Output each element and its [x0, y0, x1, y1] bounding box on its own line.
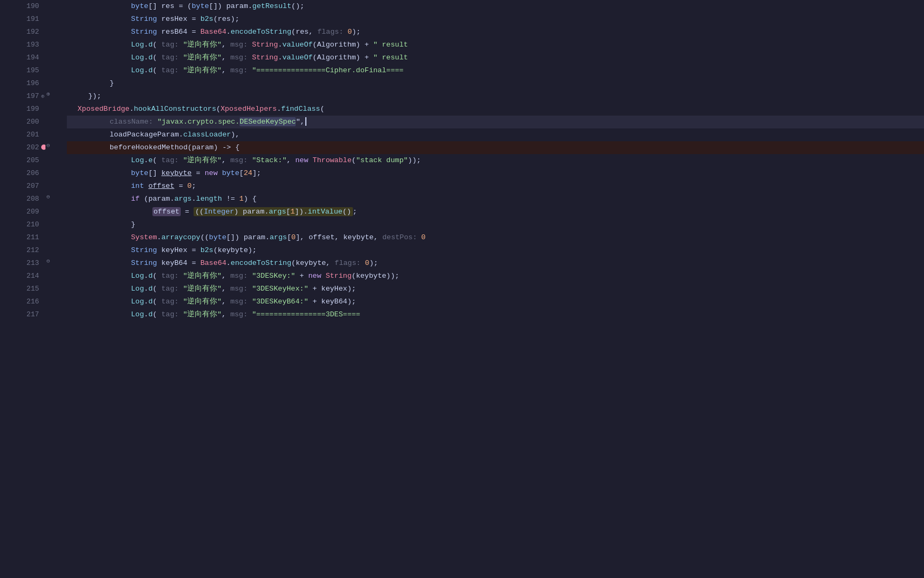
line-num-217: 217 — [0, 308, 39, 321]
line-num-196: 196 — [0, 77, 39, 90]
line-num-212: 212 — [0, 244, 39, 257]
line-num-191: 191 — [0, 13, 39, 26]
code-line-211: System.arraycopy((byte[]) param.args[0],… — [67, 231, 924, 244]
line-num-192: 192 — [0, 26, 39, 39]
code-line-206: byte[] keybyte = new byte[24]; — [67, 167, 924, 180]
code-line-201: loadPackageParam.classLoader), — [67, 128, 924, 141]
fold-icon-line208[interactable]: ⊖ — [47, 193, 50, 202]
line-num-190: 190 — [0, 0, 39, 13]
line-num-200: 200 — [0, 116, 39, 128]
code-line-209: offset = ((Integer) param.args[1]).intVa… — [67, 206, 924, 218]
code-line-215: Log.d( tag: "逆向有你", msg: "3DESKeyHex:" +… — [67, 283, 924, 295]
line-num-211: 211 — [0, 231, 39, 244]
code-line-194: Log.d( tag: "逆向有你", msg: String.valueOf(… — [67, 51, 924, 64]
code-line-193: Log.d( tag: "逆向有你", msg: String.valueOf(… — [67, 39, 924, 51]
line-num-195: 195 — [0, 64, 39, 77]
code-line-200: className: "javax.crypto.spec.DESedeKeyS… — [67, 116, 924, 128]
line-num-210: 210 — [0, 218, 39, 231]
code-line-217: Log.d( tag: "逆向有你", msg: "==============… — [67, 308, 924, 321]
code-line-197: }); — [67, 90, 924, 103]
line-num-207: 207 — [0, 180, 39, 193]
line-num-197: 197⊕ — [0, 90, 39, 103]
line-num-213: 213 — [0, 257, 39, 270]
code-line-196: } — [67, 77, 924, 90]
code-editor: 190 191 192 193 194 195 196 197⊕ 199 200… — [0, 0, 924, 578]
line-num-202: 202 — [0, 141, 39, 154]
fold-icon-line197[interactable]: ⊕ — [47, 90, 50, 99]
line-num-201: 201 — [0, 128, 39, 141]
code-line-195: Log.d( tag: "逆向有你", msg: "==============… — [67, 64, 924, 77]
code-line-216: Log.d( tag: "逆向有你", msg: "3DESKeyB64:" +… — [67, 295, 924, 308]
line-num-205: 205 — [0, 154, 39, 167]
offset-variable: offset — [152, 207, 181, 216]
code-line-199: XposedBridge.hookAllConstructors(XposedH… — [67, 103, 924, 116]
code-line-212: String keyHex = b2s(keybyte); — [67, 244, 924, 257]
code-content[interactable]: byte[] res = (byte[]) param.getResult();… — [56, 0, 924, 578]
code-line-190: byte[] res = (byte[]) param.getResult(); — [67, 0, 924, 13]
line-num-194: 194 — [0, 51, 39, 64]
fold-icon-line210b[interactable]: ⊖ — [47, 257, 50, 266]
code-line-214: Log.d( tag: "逆向有你", msg: "3DESKey:" + ne… — [67, 270, 924, 283]
code-line-191: String resHex = b2s(res); — [67, 13, 924, 26]
line-number-gutter: 190 191 192 193 194 195 196 197⊕ 199 200… — [0, 0, 45, 578]
line-num-209: 209 — [0, 206, 39, 218]
text-cursor — [305, 117, 306, 126]
line-num-193: 193 — [0, 39, 39, 51]
line-num-216: 216 — [0, 295, 39, 308]
line-num-214: 214 — [0, 270, 39, 283]
code-line-192: String resB64 = Base64.encodeToString(re… — [67, 26, 924, 39]
line-num-199: 199 — [0, 103, 39, 116]
line-num-208: 208 — [0, 193, 39, 206]
code-line-208: if (param.args.length != 1) { — [67, 193, 924, 206]
fold-gutter: ⊕ ⊖ ⊖ ⊖ — [45, 0, 56, 578]
code-line-202: beforeHookedMethod(param) -> { — [67, 141, 924, 154]
code-line-205: Log.e( tag: "逆向有你", msg: "Stack:", new T… — [67, 154, 924, 167]
code-line-210: } — [67, 218, 924, 231]
code-line-207: int offset = 0; — [67, 180, 924, 193]
line-num-215: 215 — [0, 283, 39, 295]
fold-icon-line202[interactable]: ⊖ — [47, 141, 50, 150]
line-num-206: 206 — [0, 167, 39, 180]
code-line-213: String keyB64 = Base64.encodeToString(ke… — [67, 257, 924, 270]
